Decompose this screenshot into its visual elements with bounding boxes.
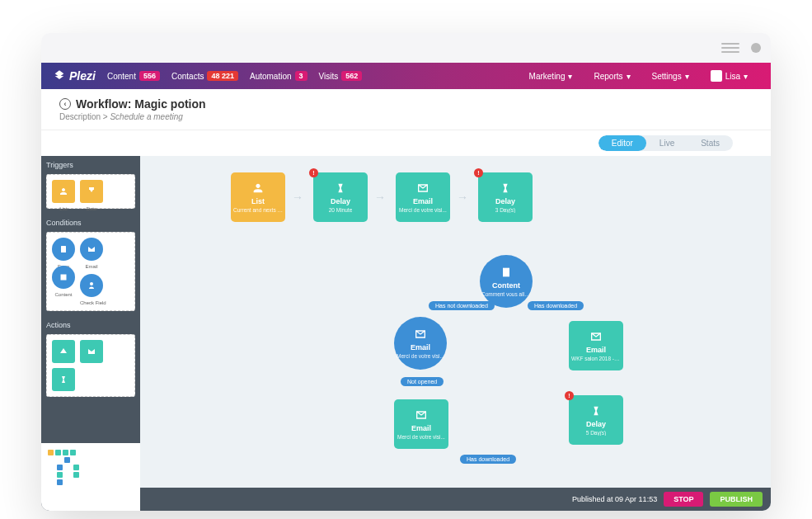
content-icon xyxy=(500,266,513,279)
stop-button[interactable]: STOP xyxy=(664,492,703,507)
user-icon xyxy=(251,182,265,195)
actions-group: Actions xyxy=(41,316,140,402)
window-dot xyxy=(751,43,761,53)
arrow-icon: → xyxy=(292,191,303,204)
nav-contacts[interactable]: Contacts48 221 xyxy=(171,71,238,81)
pill-not-downloaded: Has not downloaded xyxy=(429,301,495,310)
menu-icon[interactable] xyxy=(721,43,739,53)
tab-stats[interactable]: Stats xyxy=(688,135,733,151)
node-email3[interactable]: EmailWKF salon 2018 - Co... xyxy=(569,321,623,370)
app-window: Plezi Content556 Contacts48 221 Automati… xyxy=(41,33,771,511)
nav-settings[interactable]: Settings ▾ xyxy=(652,72,689,81)
titlebar xyxy=(41,33,771,63)
tabbar: Editor Live Stats xyxy=(41,130,771,156)
workflow-canvas[interactable]: ListCurrent and nexts c... → ! Delay20 M… xyxy=(140,156,771,511)
action-1[interactable] xyxy=(52,340,75,363)
subheader: ‹ Workflow: Magic potion Description > S… xyxy=(41,89,771,130)
arrow-icon: → xyxy=(374,191,386,204)
node-list[interactable]: ListCurrent and nexts c... xyxy=(231,172,285,222)
tab-editor[interactable]: Editor xyxy=(598,135,646,151)
bird-icon xyxy=(53,69,66,83)
node-email1[interactable]: EmailMerci de votre visi... xyxy=(396,172,450,222)
node-content[interactable]: ContentComment vous allez ... xyxy=(480,255,533,308)
svg-rect-1 xyxy=(61,275,67,281)
email-icon xyxy=(414,328,427,341)
back-button[interactable]: ‹ xyxy=(59,98,71,110)
nav-visits[interactable]: Visits562 xyxy=(319,71,363,81)
node-email2[interactable]: EmailMerci de votre visi... xyxy=(394,317,447,370)
action-email[interactable] xyxy=(80,340,103,363)
email-icon xyxy=(415,408,428,422)
navbar: Plezi Content556 Contacts48 221 Automati… xyxy=(41,63,771,89)
conditions-group: Conditions Form Email Content Check Fiel… xyxy=(41,214,140,316)
nav-content[interactable]: Content556 xyxy=(107,71,160,81)
nav-reports[interactable]: Reports ▾ xyxy=(594,72,630,81)
email-icon xyxy=(416,182,429,195)
condition-checkfield[interactable]: Check Field xyxy=(80,274,103,297)
hourglass-icon xyxy=(334,182,347,195)
nav-automation[interactable]: Automation3 xyxy=(250,71,307,81)
node-delay2[interactable]: ! Delay3 Day(s) xyxy=(478,172,533,222)
svg-point-2 xyxy=(90,282,93,285)
triggers-group: Triggers List Date xyxy=(41,156,140,214)
action-delay[interactable] xyxy=(52,368,75,391)
svg-rect-0 xyxy=(61,246,66,252)
brand-logo[interactable]: Plezi xyxy=(53,69,96,83)
avatar xyxy=(711,70,722,82)
sidebar: Triggers List Date Conditions Form Email… xyxy=(41,156,140,511)
node-delay1[interactable]: ! Delay20 Minute xyxy=(313,172,368,222)
arrow-icon: → xyxy=(457,191,468,204)
minimap[interactable] xyxy=(41,443,140,511)
node-email4[interactable]: EmailMerci de votre visi... xyxy=(394,399,448,449)
condition-email[interactable]: Email xyxy=(80,238,103,261)
publish-button[interactable]: PUBLISH xyxy=(710,492,763,507)
alert-badge: ! xyxy=(565,391,574,400)
email-icon xyxy=(589,330,603,343)
pill-not-opened: Not opened xyxy=(401,377,444,386)
condition-form[interactable]: Form xyxy=(52,238,75,261)
statusbar: Published at 09 Apr 11:53 STOP PUBLISH xyxy=(140,488,771,511)
published-label: Published at 09 Apr 11:53 xyxy=(572,495,657,503)
alert-badge: ! xyxy=(474,168,483,177)
page-description: Description > Schedule a meeting xyxy=(59,112,753,121)
pill-has-downloaded2: Has downloaded xyxy=(460,455,516,464)
trigger-list[interactable]: List xyxy=(52,180,75,203)
hourglass-icon xyxy=(589,404,603,418)
alert-badge: ! xyxy=(309,168,318,177)
svg-rect-3 xyxy=(503,268,509,277)
page-title: Workflow: Magic potion xyxy=(76,97,206,111)
node-delay3[interactable]: ! Delay5 Day(s) xyxy=(569,395,623,445)
trigger-date[interactable]: Date xyxy=(80,180,103,203)
pill-has-downloaded: Has downloaded xyxy=(528,301,584,310)
condition-content[interactable]: Content xyxy=(52,266,75,289)
hourglass-icon xyxy=(499,182,512,195)
nav-marketing[interactable]: Marketing ▾ xyxy=(529,72,573,81)
tab-live[interactable]: Live xyxy=(646,135,688,151)
content: Triggers List Date Conditions Form Email… xyxy=(41,156,771,511)
nav-user[interactable]: Lisa ▾ xyxy=(711,70,748,82)
